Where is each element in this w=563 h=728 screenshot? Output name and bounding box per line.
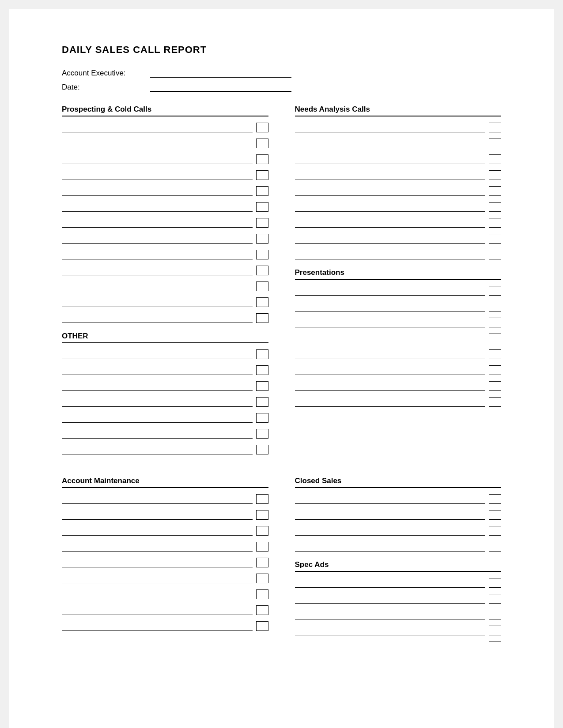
line-box[interactable] — [256, 605, 268, 615]
line-box[interactable] — [489, 139, 501, 148]
line-box[interactable] — [489, 494, 501, 504]
line-box[interactable] — [256, 381, 268, 391]
line-box[interactable] — [489, 397, 501, 407]
line-text[interactable] — [62, 139, 253, 148]
line-text[interactable] — [62, 235, 253, 244]
line-box[interactable] — [256, 558, 268, 567]
line-text[interactable] — [62, 187, 253, 196]
line-text[interactable] — [62, 495, 253, 504]
line-box[interactable] — [489, 302, 501, 311]
line-box[interactable] — [256, 266, 268, 275]
line-box[interactable] — [256, 234, 268, 244]
line-box[interactable] — [489, 526, 501, 536]
line-box[interactable] — [256, 349, 268, 359]
date-input-line[interactable] — [150, 83, 291, 92]
line-box[interactable] — [256, 202, 268, 212]
line-text[interactable] — [295, 155, 486, 164]
line-box[interactable] — [489, 594, 501, 604]
line-box[interactable] — [256, 429, 268, 439]
line-text[interactable] — [295, 495, 486, 504]
line-box[interactable] — [256, 154, 268, 164]
line-text[interactable] — [295, 187, 486, 196]
line-box[interactable] — [256, 250, 268, 259]
line-box[interactable] — [256, 589, 268, 599]
line-text[interactable] — [295, 203, 486, 212]
line-text[interactable] — [295, 382, 486, 391]
line-box[interactable] — [489, 250, 501, 259]
line-text[interactable] — [295, 251, 486, 259]
line-box[interactable] — [256, 397, 268, 407]
line-box[interactable] — [256, 218, 268, 228]
line-box[interactable] — [256, 526, 268, 536]
line-text[interactable] — [62, 622, 253, 631]
line-text[interactable] — [295, 124, 486, 132]
line-box[interactable] — [489, 318, 501, 327]
line-text[interactable] — [295, 171, 486, 180]
line-box[interactable] — [256, 170, 268, 180]
line-box[interactable] — [489, 170, 501, 180]
line-text[interactable] — [62, 446, 253, 454]
line-box[interactable] — [256, 510, 268, 520]
line-text[interactable] — [295, 350, 486, 359]
line-text[interactable] — [62, 559, 253, 567]
line-box[interactable] — [256, 413, 268, 423]
line-text[interactable] — [295, 319, 486, 327]
line-box[interactable] — [489, 234, 501, 244]
line-text[interactable] — [62, 430, 253, 439]
line-text[interactable] — [295, 579, 486, 588]
line-text[interactable] — [62, 350, 253, 359]
line-text[interactable] — [62, 219, 253, 228]
line-box[interactable] — [489, 578, 501, 588]
line-box[interactable] — [489, 610, 501, 619]
line-box[interactable] — [256, 365, 268, 375]
line-box[interactable] — [489, 381, 501, 391]
line-box[interactable] — [256, 574, 268, 583]
line-text[interactable] — [295, 611, 486, 619]
line-box[interactable] — [489, 154, 501, 164]
line-box[interactable] — [489, 542, 501, 552]
line-box[interactable] — [489, 123, 501, 132]
line-box[interactable] — [489, 218, 501, 228]
line-box[interactable] — [489, 349, 501, 359]
line-text[interactable] — [62, 527, 253, 536]
line-text[interactable] — [62, 266, 253, 275]
line-text[interactable] — [62, 606, 253, 615]
line-text[interactable] — [295, 627, 486, 635]
line-text[interactable] — [295, 398, 486, 407]
line-text[interactable] — [62, 124, 253, 132]
line-text[interactable] — [62, 511, 253, 520]
line-box[interactable] — [489, 626, 501, 635]
line-text[interactable] — [62, 414, 253, 423]
line-box[interactable] — [489, 642, 501, 651]
line-text[interactable] — [295, 235, 486, 244]
line-box[interactable] — [256, 313, 268, 323]
line-box[interactable] — [256, 542, 268, 552]
line-text[interactable] — [295, 334, 486, 343]
line-text[interactable] — [62, 574, 253, 583]
line-text[interactable] — [295, 543, 486, 552]
line-text[interactable] — [295, 139, 486, 148]
line-text[interactable] — [62, 590, 253, 599]
line-text[interactable] — [62, 314, 253, 323]
line-box[interactable] — [489, 186, 501, 196]
line-text[interactable] — [295, 595, 486, 604]
line-text[interactable] — [62, 543, 253, 552]
line-text[interactable] — [62, 282, 253, 291]
line-text[interactable] — [295, 219, 486, 228]
line-box[interactable] — [256, 139, 268, 148]
line-box[interactable] — [256, 494, 268, 504]
line-text[interactable] — [62, 382, 253, 391]
line-text[interactable] — [295, 303, 486, 311]
line-text[interactable] — [295, 642, 486, 651]
line-text[interactable] — [295, 527, 486, 536]
line-box[interactable] — [256, 445, 268, 454]
line-text[interactable] — [62, 251, 253, 259]
line-box[interactable] — [489, 286, 501, 296]
line-box[interactable] — [256, 297, 268, 307]
line-box[interactable] — [489, 365, 501, 375]
line-box[interactable] — [256, 281, 268, 291]
line-box[interactable] — [489, 202, 501, 212]
line-text[interactable] — [62, 366, 253, 375]
line-text[interactable] — [62, 171, 253, 180]
line-box[interactable] — [489, 334, 501, 343]
